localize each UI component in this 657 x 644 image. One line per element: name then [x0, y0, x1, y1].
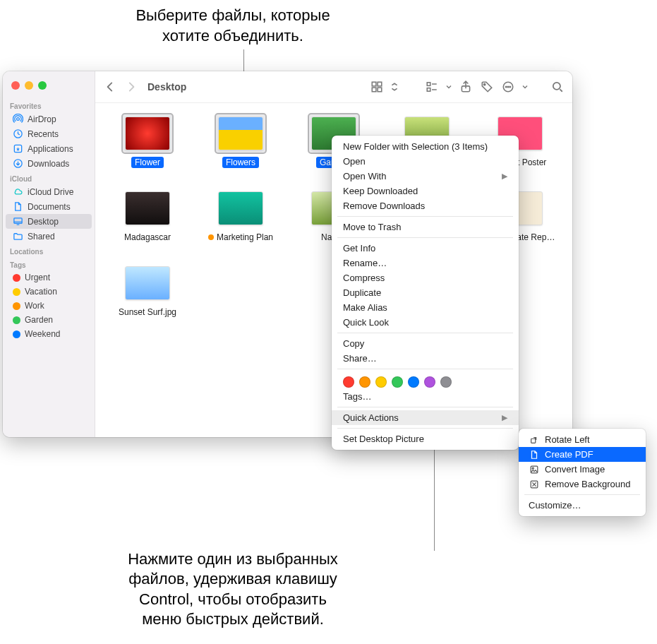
tag-color-swatch[interactable]: [408, 376, 419, 388]
tag-color-swatch[interactable]: [424, 376, 435, 388]
minimize-button[interactable]: [25, 81, 33, 90]
file-thumbnail: [121, 113, 174, 154]
sidebar-item-recents[interactable]: Recents: [6, 126, 92, 141]
sidebar-tag-urgent[interactable]: Urgent: [6, 270, 92, 285]
menu-separator: [524, 494, 640, 495]
menu-item[interactable]: Make Alias: [332, 300, 519, 315]
sidebar-tag-garden[interactable]: Garden: [6, 313, 92, 327]
menu-item-label: Open: [343, 156, 366, 167]
view-chevron-icon[interactable]: [390, 79, 399, 95]
svg-point-15: [507, 86, 509, 88]
file-item[interactable]: Flower: [102, 113, 193, 168]
menu-item[interactable]: Remove Downloads: [332, 198, 519, 213]
menu-item-label: Make Alias: [343, 302, 387, 313]
sidebar-item-label: Weekend: [25, 329, 60, 339]
menu-item[interactable]: Open: [332, 154, 519, 169]
file-label: Sunset Surf.jpg: [115, 306, 180, 318]
file-item[interactable]: Flowers: [195, 113, 286, 168]
menu-item-label: Compress: [343, 273, 385, 283]
menu-item[interactable]: Open With▶: [332, 169, 519, 184]
sidebar-item-applications[interactable]: Applications: [6, 141, 92, 156]
menu-item[interactable]: Compress: [332, 270, 519, 285]
group-chevron-icon[interactable]: [445, 79, 452, 95]
sidebar-item-desktop[interactable]: Desktop: [6, 214, 92, 229]
sidebar-tag-weekend[interactable]: Weekend: [6, 327, 92, 341]
share-button[interactable]: [458, 79, 474, 95]
sidebar-item-airdrop[interactable]: AirDrop: [6, 112, 92, 126]
group-button[interactable]: [424, 79, 440, 95]
menu-item-quick-actions[interactable]: Quick Actions▶: [332, 410, 519, 425]
submenu-item[interactable]: Remove Background: [519, 477, 646, 491]
tag-color-swatch[interactable]: [343, 376, 354, 388]
convert-icon: [529, 464, 539, 475]
sidebar-item-downloads[interactable]: Downloads: [6, 156, 92, 171]
view-icons-button[interactable]: [369, 79, 385, 95]
menu-item[interactable]: Share…: [332, 351, 519, 366]
submenu-item[interactable]: Rotate Left: [519, 432, 646, 447]
menu-item[interactable]: Duplicate: [332, 285, 519, 300]
context-menu: New Folder with Selection (3 Items)OpenO…: [332, 136, 519, 450]
menu-item[interactable]: Rename…: [332, 256, 519, 270]
svg-point-14: [505, 86, 507, 88]
file-item[interactable]: Sunset Surf.jpg: [102, 263, 193, 318]
sidebar-tag-vacation[interactable]: Vacation: [6, 285, 92, 299]
back-button[interactable]: [102, 79, 118, 95]
menu-item[interactable]: Copy: [332, 336, 519, 351]
sidebar-item-documents[interactable]: Documents: [6, 199, 92, 214]
file-item[interactable]: Madagascar: [102, 188, 193, 243]
menu-item[interactable]: Set Desktop Picture: [332, 431, 519, 446]
callout-bottom: Нажмите один из выбранных файлов, удержи…: [0, 549, 466, 630]
desktop-icon: [13, 216, 23, 227]
menu-tag-row: [332, 372, 519, 389]
menu-separator: [337, 237, 513, 238]
menu-item-label: Share…: [343, 353, 377, 364]
submenu-item-label: Remove Background: [545, 479, 630, 489]
sidebar-item-label: Desktop: [28, 217, 59, 227]
sidebar-heading-icloud: iCloud: [3, 171, 95, 184]
submenu-item-label: Convert Image: [545, 464, 605, 475]
submenu-item-customize[interactable]: Customize…: [519, 498, 646, 513]
menu-item[interactable]: Move to Trash: [332, 220, 519, 234]
pdf-icon: [529, 449, 539, 460]
sidebar-item-shared[interactable]: Shared: [6, 229, 92, 244]
more-button[interactable]: [500, 79, 516, 95]
menu-item[interactable]: Quick Look: [332, 315, 519, 330]
chevron-right-icon: ▶: [502, 413, 507, 422]
menu-item-label: Set Desktop Picture: [343, 434, 424, 444]
more-chevron-icon[interactable]: [522, 79, 529, 95]
tags-button[interactable]: [479, 79, 495, 95]
submenu-item[interactable]: Create PDF: [519, 447, 646, 462]
sidebar-item-label: Applications: [28, 144, 73, 154]
menu-separator: [337, 369, 513, 369]
svg-rect-5: [372, 82, 376, 86]
menu-item[interactable]: Get Info: [332, 241, 519, 256]
menu-item[interactable]: New Folder with Selection (3 Items): [332, 139, 519, 154]
submenu-item[interactable]: Convert Image: [519, 462, 646, 477]
zoom-button[interactable]: [38, 81, 47, 90]
toolbar: Desktop: [95, 71, 572, 103]
sidebar-item-icloud-drive[interactable]: iCloud Drive: [6, 184, 92, 199]
file-thumbnail: [215, 113, 267, 154]
menu-separator: [337, 428, 513, 429]
callout-line-bottom: [434, 445, 435, 551]
menu-item[interactable]: Keep Downloaded: [332, 184, 519, 198]
sidebar-item-label: Downloads: [28, 159, 69, 169]
search-button[interactable]: [550, 79, 565, 95]
sidebar-item-label: Documents: [28, 202, 71, 212]
clock-icon: [13, 129, 23, 139]
tag-color-swatch[interactable]: [359, 376, 370, 388]
svg-point-0: [17, 118, 20, 121]
tag-color-swatch[interactable]: [375, 376, 387, 388]
tag-dot-icon: [13, 330, 20, 338]
menu-item[interactable]: Tags…: [332, 389, 519, 404]
sidebar-item-label: Recents: [28, 129, 59, 139]
close-button[interactable]: [11, 81, 20, 90]
forward-button[interactable]: [123, 79, 139, 95]
tag-color-swatch[interactable]: [440, 376, 452, 388]
file-label: Flower: [131, 157, 164, 168]
sidebar-tag-work[interactable]: Work: [6, 299, 92, 313]
removebg-icon: [529, 479, 539, 489]
tag-color-swatch[interactable]: [392, 376, 403, 388]
window-controls[interactable]: [3, 78, 95, 98]
file-item[interactable]: Marketing Plan: [195, 188, 286, 243]
